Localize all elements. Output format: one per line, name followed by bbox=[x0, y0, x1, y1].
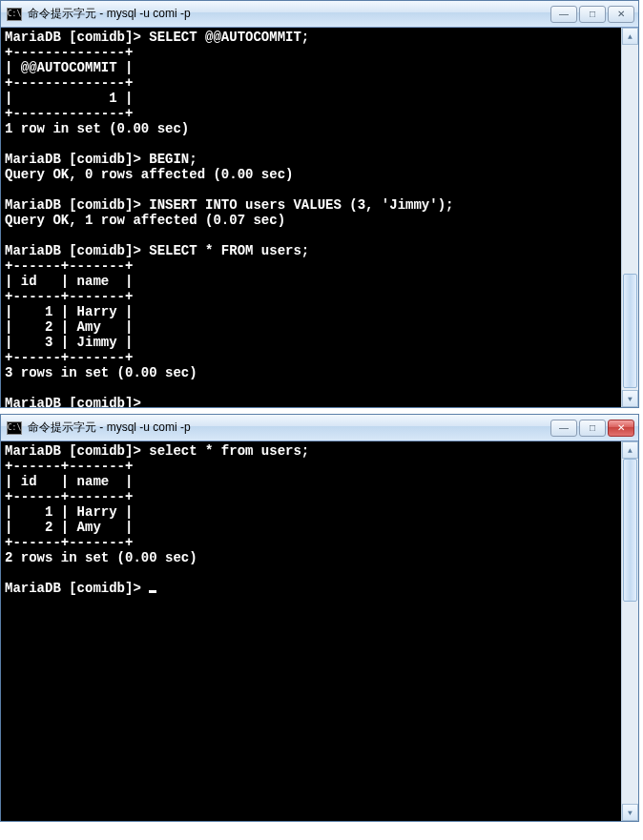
cmd-icon: C:\ bbox=[7, 8, 22, 21]
terminal-window-1: C:\ 命令提示字元 - mysql -u comi -p — □ ✕ Mari… bbox=[0, 0, 639, 408]
window-buttons: — □ ✕ bbox=[550, 6, 634, 23]
terminal-output-2[interactable]: MariaDB [comidb]> select * from users; +… bbox=[1, 441, 621, 821]
minimize-button[interactable]: — bbox=[550, 420, 577, 437]
scrollbar-2: ▲ ▼ bbox=[621, 441, 638, 821]
scrollbar-1: ▲ ▼ bbox=[621, 28, 638, 407]
scroll-down-button[interactable]: ▼ bbox=[622, 804, 638, 821]
scroll-thumb[interactable] bbox=[623, 274, 637, 388]
maximize-button[interactable]: □ bbox=[579, 6, 606, 23]
close-button[interactable]: ✕ bbox=[608, 6, 634, 23]
scroll-thumb[interactable] bbox=[623, 459, 637, 602]
maximize-button[interactable]: □ bbox=[579, 420, 606, 437]
terminal-body-1: MariaDB [comidb]> SELECT @@AUTOCOMMIT; +… bbox=[1, 28, 638, 407]
scroll-up-button[interactable]: ▲ bbox=[622, 441, 638, 459]
scroll-track[interactable] bbox=[622, 45, 638, 390]
close-button[interactable]: ✕ bbox=[608, 420, 634, 437]
window-title: 命令提示字元 - mysql -u comi -p bbox=[28, 420, 550, 436]
terminal-body-2: MariaDB [comidb]> select * from users; +… bbox=[1, 441, 638, 821]
titlebar-2[interactable]: C:\ 命令提示字元 - mysql -u comi -p — □ ✕ bbox=[1, 415, 638, 441]
terminal-output-1[interactable]: MariaDB [comidb]> SELECT @@AUTOCOMMIT; +… bbox=[1, 28, 621, 407]
scroll-track[interactable] bbox=[622, 459, 638, 804]
cmd-icon: C:\ bbox=[7, 421, 22, 435]
cursor bbox=[149, 590, 156, 593]
minimize-button[interactable]: — bbox=[550, 6, 577, 23]
window-title: 命令提示字元 - mysql -u comi -p bbox=[28, 6, 550, 22]
window-buttons: — □ ✕ bbox=[550, 420, 634, 437]
scroll-down-button[interactable]: ▼ bbox=[622, 390, 638, 407]
scroll-up-button[interactable]: ▲ bbox=[622, 28, 638, 45]
titlebar-1[interactable]: C:\ 命令提示字元 - mysql -u comi -p — □ ✕ bbox=[1, 1, 638, 28]
terminal-window-2: C:\ 命令提示字元 - mysql -u comi -p — □ ✕ Mari… bbox=[0, 414, 639, 822]
